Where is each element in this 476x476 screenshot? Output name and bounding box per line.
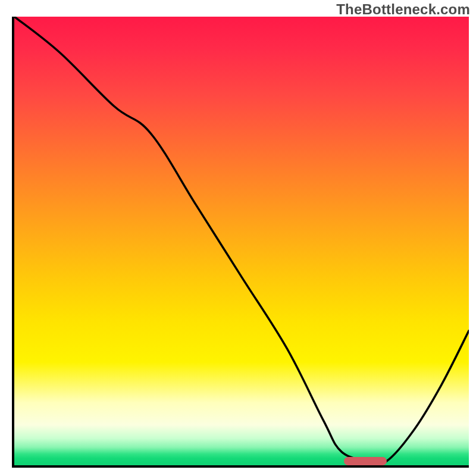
chart-frame: TheBottleneck.com [0,0,476,476]
highlight-marker [344,457,387,465]
plot-area [12,17,469,468]
line-series [14,17,469,465]
watermark-text: TheBottleneck.com [336,1,470,18]
